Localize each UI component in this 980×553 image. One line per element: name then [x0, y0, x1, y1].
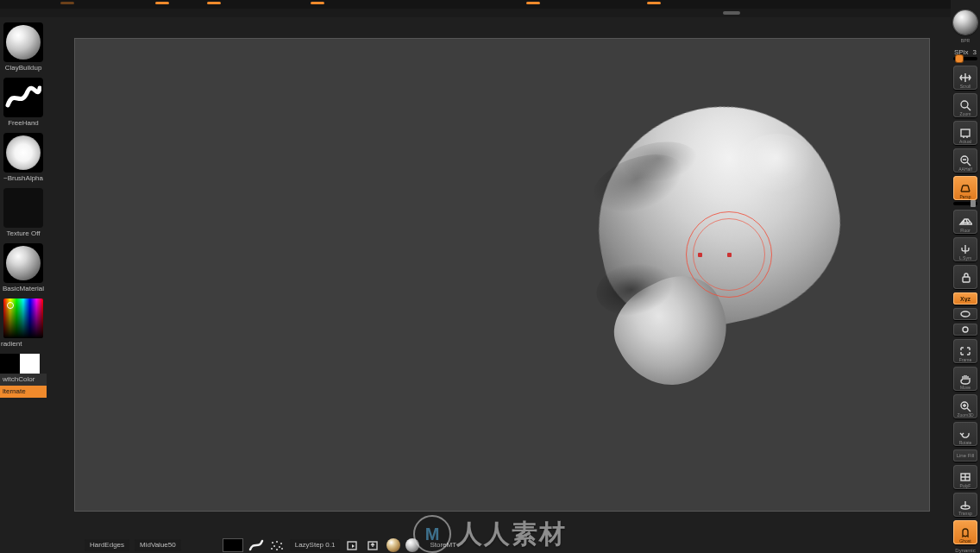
move-label: Move [953, 385, 977, 390]
actual-button[interactable]: Actual [953, 121, 977, 145]
move-hand-icon [958, 373, 972, 385]
left-panel: ClayBuildup FreeHand ~BrushAlpha Texture… [0, 19, 47, 543]
storemt-button[interactable]: StoreMT [424, 539, 462, 551]
brush-slot[interactable]: ClayBuildup [0, 19, 47, 74]
texture-slot[interactable]: Texture Off [0, 185, 47, 240]
alternate-button[interactable]: lternate [0, 386, 47, 398]
persp-handle [971, 200, 976, 207]
color-spectrum-icon[interactable] [3, 298, 43, 338]
import-icon[interactable] [366, 539, 381, 551]
material-slot[interactable]: BasicMaterial [0, 240, 47, 295]
svg-point-13 [279, 546, 280, 548]
alpha-slot[interactable]: ~BrushAlpha [0, 129, 47, 185]
transparency-icon [958, 499, 972, 511]
export-icon[interactable] [345, 539, 361, 551]
gradient-label: radient [0, 338, 47, 350]
timeline-marker[interactable] [60, 2, 74, 4]
timeline-marker[interactable] [207, 2, 221, 4]
scroll-icon [958, 72, 972, 84]
color-marker [7, 302, 14, 309]
right-panel: BPR SPix 3 Scroll Zoom Actual AAHalf Per… [951, 0, 980, 553]
scroll-label: Scroll [953, 84, 977, 89]
frame-label: Frame [953, 357, 977, 362]
ghost-label: Ghost [953, 538, 977, 544]
persp-label: Persp [953, 194, 977, 199]
lock-icon [959, 271, 971, 283]
bpr-label: BPR [953, 38, 977, 43]
texture-empty-icon [3, 188, 43, 228]
svg-rect-3 [963, 277, 970, 282]
brush-alpha-icon [6, 135, 41, 170]
curve-icon[interactable] [248, 539, 264, 551]
frame-button[interactable]: Frame [953, 339, 977, 363]
brush-label: ClayBuildup [0, 62, 47, 74]
floor-button[interactable]: Floor [953, 210, 977, 234]
viewport[interactable] [74, 38, 930, 512]
lasso-select-button[interactable] [953, 308, 977, 320]
transp-label: Transp [953, 511, 977, 516]
timeline-marker[interactable] [526, 2, 540, 4]
color-slot[interactable]: radient [0, 295, 47, 350]
timeline-marker[interactable] [155, 2, 169, 4]
bottom-swatch-black[interactable] [223, 538, 243, 552]
local-symmetry-button[interactable]: L.Sym [953, 237, 977, 261]
timeline-marker[interactable] [311, 2, 324, 4]
brush-sphere-icon [6, 25, 41, 60]
aahalf-button[interactable]: AAHalf [953, 148, 977, 173]
svg-point-16 [281, 548, 283, 550]
svg-point-10 [276, 541, 278, 543]
actual-label: Actual [953, 139, 977, 144]
svg-point-0 [961, 101, 968, 108]
lsym-label: L.Sym [953, 255, 977, 261]
symmetry-icon [958, 243, 972, 255]
move-button[interactable]: Move [953, 367, 977, 391]
swatch-primary[interactable] [20, 354, 40, 374]
morph-target-sphere-a[interactable] [386, 538, 400, 552]
xyz-button[interactable]: Xyz [953, 292, 977, 305]
timeline-marker[interactable] [647, 2, 661, 4]
lock-button[interactable] [953, 265, 977, 289]
rect-select-button[interactable] [953, 324, 977, 336]
hardedges-button[interactable]: HardEdges [85, 539, 129, 551]
svg-rect-1 [961, 129, 970, 136]
stroke-slot[interactable]: FreeHand [0, 74, 47, 129]
sculpt-mesh [565, 108, 850, 367]
spix-slider[interactable] [953, 57, 977, 60]
bpr-render-button[interactable]: BPR [953, 10, 977, 35]
aahalf-icon [958, 154, 972, 167]
lasso-icon [959, 310, 971, 318]
svg-point-5 [963, 327, 968, 332]
freehand-stroke-icon [5, 79, 41, 116]
morph-target-sphere-b[interactable] [405, 538, 419, 552]
zoom3d-button[interactable]: Zoom3D [953, 394, 977, 418]
midvalue-button[interactable]: MidValue50 [135, 539, 181, 551]
alpha-label: ~BrushAlpha [0, 173, 47, 185]
persp-slider[interactable] [953, 202, 977, 205]
menu-handle[interactable] [723, 11, 740, 15]
svg-point-4 [961, 311, 970, 317]
perspective-icon [958, 182, 972, 194]
zoom3d-label: Zoom3D [953, 412, 977, 418]
swatch-secondary[interactable] [0, 354, 20, 374]
polyframe-button[interactable]: PolyF [953, 465, 977, 489]
svg-point-12 [273, 545, 275, 547]
spray-icon[interactable] [269, 539, 285, 551]
rotate-button[interactable]: Rotate [953, 422, 977, 446]
rotate-label: Rotate [953, 440, 977, 445]
switch-color-button[interactable]: witchColor [0, 374, 47, 386]
lazystep-button[interactable]: LazyStep 0.1 [290, 539, 341, 551]
dynamic-label: Dynamic [955, 548, 975, 553]
ghost-button[interactable]: Ghost [953, 520, 977, 544]
top-timeline [0, 0, 980, 9]
line-fill-button[interactable]: Line Fill [953, 449, 977, 462]
svg-point-11 [280, 543, 282, 544]
transp-button[interactable]: Transp [953, 493, 977, 517]
frame-icon [958, 345, 972, 357]
persp-button[interactable]: Persp [953, 176, 977, 200]
zoom-button[interactable]: Zoom [953, 93, 977, 117]
svg-point-9 [272, 542, 273, 544]
rect-select-icon [959, 325, 971, 334]
svg-point-15 [276, 549, 278, 550]
scroll-button[interactable]: Scroll [953, 66, 977, 90]
floor-grid-icon [958, 216, 972, 228]
